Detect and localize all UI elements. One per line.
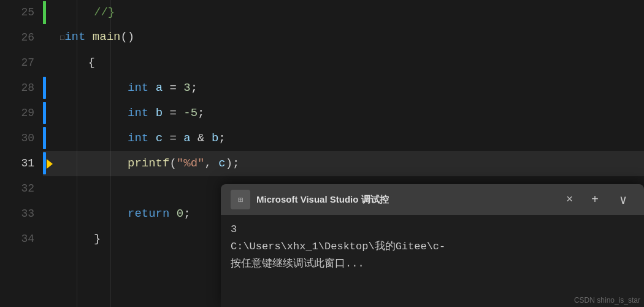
token-var: b xyxy=(212,131,218,145)
output-line-2: 按任意键继续调试此窗口... xyxy=(231,255,634,273)
code-line-28: int a = 3; xyxy=(43,76,644,101)
line-number-29: 29 xyxy=(21,101,34,126)
line-number-26: 26 xyxy=(21,25,34,50)
debug-console-popup: ⊞ Microsoft Visual Studio 调试控 × + ∨ 3C:\… xyxy=(221,184,644,307)
popup-header: ⊞ Microsoft Visual Studio 调试控 × + ∨ xyxy=(221,184,644,215)
token-str: "%d" xyxy=(177,157,205,170)
token-num: -5 xyxy=(183,106,197,120)
line-number-27: 27 xyxy=(21,50,34,76)
token-plain xyxy=(148,131,155,145)
output-line-1: C:\Users\xhx_1\Desktop\我的Gitee\c- xyxy=(231,238,634,255)
add-button[interactable]: + xyxy=(584,188,606,211)
token-plain xyxy=(148,81,155,95)
blue-bar-28 xyxy=(43,77,46,99)
output-line-0: 3 xyxy=(231,221,634,238)
token-kw: int xyxy=(128,106,148,120)
token-plain xyxy=(148,106,155,120)
terminal-icon: ⊞ xyxy=(231,190,250,209)
token-plain xyxy=(169,207,176,220)
line-number-25: 25 xyxy=(21,0,34,25)
line-number-30: 30 xyxy=(21,126,34,151)
watermark: CSDN shino_is_star xyxy=(574,296,640,305)
token-var: b xyxy=(156,106,163,120)
code-line-26: □int main() xyxy=(43,25,644,50)
token-fn: main xyxy=(93,30,121,44)
token-comment: //} xyxy=(94,6,115,19)
token-plain: ; xyxy=(191,81,197,95)
line-number-28: 28 xyxy=(21,76,34,101)
token-fn: printf xyxy=(128,157,169,170)
token-kw: int xyxy=(128,81,148,95)
line-number-31: 31 xyxy=(21,151,34,176)
token-op: & xyxy=(191,131,212,145)
current-line-arrow xyxy=(47,159,53,169)
popup-title: Microsoft Visual Studio 调试控 xyxy=(256,194,555,206)
line-numbers: 25262728293031323334 xyxy=(0,0,43,307)
green-bar-25 xyxy=(43,1,46,24)
token-plain: ; xyxy=(218,131,225,145)
code-line-31: printf("%d", c); xyxy=(43,151,644,176)
token-op: = xyxy=(163,131,183,145)
token-num: 3 xyxy=(183,81,190,95)
token-op: = xyxy=(163,81,183,95)
code-line-27: { xyxy=(43,50,644,76)
line-number-34: 34 xyxy=(21,227,34,252)
token-plain: ); xyxy=(226,157,240,170)
token-op: = xyxy=(163,106,183,120)
token-var: a xyxy=(156,81,163,95)
code-line-29: int b = -5; xyxy=(43,101,644,126)
code-line-30: int c = a & b; xyxy=(43,126,644,151)
token-plain: ( xyxy=(169,157,176,170)
line-number-33: 33 xyxy=(21,201,34,227)
blue-bar-30 xyxy=(43,127,46,149)
close-button[interactable]: × xyxy=(561,191,578,208)
blue-bar-29 xyxy=(43,102,46,124)
token-kw: int xyxy=(64,30,85,44)
token-num: 0 xyxy=(177,207,183,220)
blue-bar-31 xyxy=(43,152,46,174)
token-plain: { xyxy=(60,56,95,69)
token-plain: ; xyxy=(197,106,204,120)
line-number-32: 32 xyxy=(21,176,34,201)
code-line-25: //} xyxy=(43,0,644,25)
token-plain: () xyxy=(120,30,134,44)
token-var: c xyxy=(156,131,163,145)
token-plain xyxy=(85,30,92,44)
token-kw: int xyxy=(128,131,148,145)
token-kw: return xyxy=(128,207,169,220)
token-plain: ; xyxy=(183,207,190,220)
editor-area: 25262728293031323334 //}□int main() {int… xyxy=(0,0,644,307)
popup-body: 3C:\Users\xhx_1\Desktop\我的Gitee\c-按任意键继续… xyxy=(221,215,644,307)
token-plain: } xyxy=(94,232,101,246)
token-plain: , xyxy=(204,157,218,170)
dropdown-button[interactable]: ∨ xyxy=(612,188,634,211)
token-var: a xyxy=(183,131,190,145)
token-var: c xyxy=(218,157,225,170)
